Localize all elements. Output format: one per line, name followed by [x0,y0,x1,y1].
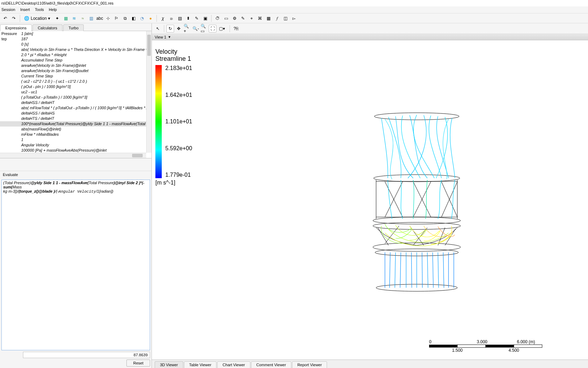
expression-row[interactable]: Current Time Step [0,74,146,79]
svg-text:1.500: 1.500 [452,348,463,353]
zoom-box-icon[interactable]: 🔍▭ [200,25,208,33]
particle-icon[interactable]: ≈ [79,14,87,22]
timestep-icon[interactable]: ▭ [222,14,230,22]
right-pane: ↖ ↻ ✥ 🔍+ 🔍- 🔍▭ ⛶ ▢▾ ?⎘ View 1 ▾ Velocity… [152,23,588,368]
macro-icon[interactable]: ◫ [281,14,289,22]
menu-bar: Session Insert Tools Help [0,6,588,13]
expression-row[interactable]: deltaHSS / deltaHT [0,100,146,105]
expression-row[interactable]: abs( mFlowTotal * ( pTotalOut - pTotalIn… [0,105,146,111]
comment-icon[interactable]: ✎ [193,14,201,22]
legend-unit: [m s^-1] [155,180,192,186]
menu-session[interactable]: Session [1,7,15,12]
expression-row[interactable]: 2.0 * pi * rRadius * rHeight [0,52,146,58]
expr-name [1,89,21,95]
text-icon[interactable]: abc [96,14,103,22]
edit-icon[interactable]: ✎ [239,14,247,22]
volume-icon[interactable]: ▥ [87,14,95,22]
expression-row[interactable]: abs(massFlow()@inlet) [0,127,146,132]
tab-3d-viewer[interactable]: 3D Viewer [155,361,183,368]
figure-icon[interactable]: ▣ [201,14,209,22]
pan-icon[interactable]: ✥ [175,25,183,33]
help-icon[interactable]: ?⎘ [232,25,240,33]
table-icon[interactable]: ▤ [176,14,184,22]
location-dropdown[interactable]: 🌐 Location ▾ [22,14,53,22]
fit-view-icon[interactable]: ⛶ [209,25,216,33]
scrollbar-vertical[interactable] [146,31,152,153]
variable-icon[interactable]: χ [159,14,167,22]
vector-icon[interactable]: ✦ [53,14,61,22]
expression-row[interactable]: Pressure1 [atm] [0,31,146,36]
expr-name [1,127,21,132]
contour-icon[interactable]: ▦ [62,14,70,22]
expression-scroll[interactable]: Pressure1 [atm]tep1870 [s]abs( Velocity … [0,31,146,153]
bottom-tabs: 3D Viewer Table Viewer Chart Viewer Comm… [152,360,588,368]
tab-turbo[interactable]: Turbo [63,24,84,31]
zoom-out-icon[interactable]: 🔍- [192,25,200,33]
reset-button[interactable]: Reset [126,360,150,367]
expression-row[interactable]: 0 [s] [0,42,146,47]
expression-row[interactable]: uc2 - uc1 [0,89,146,95]
left-tabs: Expressions Calculators Turbo [0,23,152,31]
iso-icon[interactable]: ◔ [138,14,146,22]
clip-icon[interactable]: ◧ [130,14,137,22]
view-label-bar[interactable]: View 1 ▾ [152,34,588,40]
coord-icon[interactable]: ⊹ [104,14,112,22]
expr-name [1,52,21,58]
view-name: View 1 [155,35,166,39]
legend-icon[interactable]: 🏳 [113,14,120,22]
expr-value: 187 [21,36,28,42]
pointer-icon[interactable]: ↖ [154,25,162,33]
file-path: rs\DELLPC\Desktop\1105\wb\3_files\dp0\CF… [1,1,113,5]
function-icon[interactable]: 𝑓 [273,14,281,22]
probe-icon[interactable]: ⌖ [248,14,255,22]
expression-row[interactable]: ( uc2 - c2^2 / 2.0 ) - ( uc1 - c1^2 / 2.… [0,79,146,84]
tab-expressions[interactable]: Expressions [0,24,32,31]
expression-row[interactable]: areaAve(Velocity in Stn Frame)@inlet [0,63,146,68]
projection-dropdown[interactable]: ▢▾ [217,25,227,33]
splitter[interactable] [0,158,152,171]
instancing-icon[interactable]: ⧉ [121,14,129,22]
tab-report-viewer[interactable]: Report Viewer [292,361,327,368]
expr-name [1,132,21,137]
expression-row[interactable]: Angular Velocity [0,142,146,148]
formula-text: (Total Pressure)@yldy Side 1 1 - massFlo… [3,181,144,193]
undo-icon[interactable]: ↶ [1,14,9,22]
sphere-icon[interactable]: ● [147,14,154,22]
expression-row[interactable]: abs( Velocity in Stn Frame u * Theta Dir… [0,47,146,52]
redo-icon[interactable]: ↷ [10,14,18,22]
mesh-icon[interactable]: ▦ [265,14,272,22]
menu-help[interactable]: Help [49,7,57,12]
scrollbar-horizontal[interactable] [0,153,146,158]
tab-comment-viewer[interactable]: Comment Viewer [251,361,291,368]
tab-calculators[interactable]: Calculators [32,24,63,31]
expression-row[interactable]: areaAve(Velocity in Stn Frame)@outlet [0,68,146,74]
expression-row[interactable]: 100*(massFlowAve(Total Pressure)@yldy Si… [0,121,146,127]
streamline-icon[interactable]: ≋ [70,14,78,22]
expr-value: areaAve(Velocity in Stn Frame)@outlet [21,68,88,74]
expression-row[interactable]: deltaHTS / deltaHT [0,116,146,121]
chart-icon[interactable]: ⬍ [184,14,192,22]
turbo-icon[interactable]: ⌘ [256,14,264,22]
timer-icon[interactable]: ⏱ [214,14,221,22]
expression-row[interactable]: 1 [0,137,146,142]
menu-insert[interactable]: Insert [20,7,30,12]
expression-row[interactable]: tep187 [0,36,146,42]
formula-box[interactable]: (Total Pressure)@yldy Side 1 1 - massFlo… [1,180,150,350]
expression-icon[interactable]: ⎄ [167,14,175,22]
expression-row[interactable]: ( pOut - pIn ) / 1000 [kg/m^3] [0,84,146,89]
expression-row[interactable]: ( pTotalOut - pTotalIn ) / 1000 [kg/m^3] [0,95,146,100]
expression-row[interactable]: deltaHSS / deltaHS [0,111,146,116]
tab-chart-viewer[interactable]: Chart Viewer [217,361,250,368]
legend-ticks: 2.183e+01 1.642e+01 1.101e+01 5.592e+00 … [165,65,192,178]
expr-value: deltaHSS / deltaHS [21,111,55,116]
animation-icon[interactable]: ⚙ [231,14,238,22]
zoom-in-icon[interactable]: 🔍+ [183,25,191,33]
menu-tools[interactable]: Tools [35,7,44,12]
export-icon[interactable]: ▻ [290,14,298,22]
rotate-icon[interactable]: ↻ [166,25,174,33]
expression-row[interactable]: Accumulated Time Step [0,58,146,63]
expression-row[interactable]: 100000 [Pa] + massFlowAveAbs(Pressure)@i… [0,148,146,153]
viewport-3d[interactable]: Velocity Streamline 1 2.183e+01 1.642e+0… [152,40,588,360]
expression-row[interactable]: mFlow * nMainBlades [0,132,146,137]
tab-table-viewer[interactable]: Table Viewer [184,361,217,368]
